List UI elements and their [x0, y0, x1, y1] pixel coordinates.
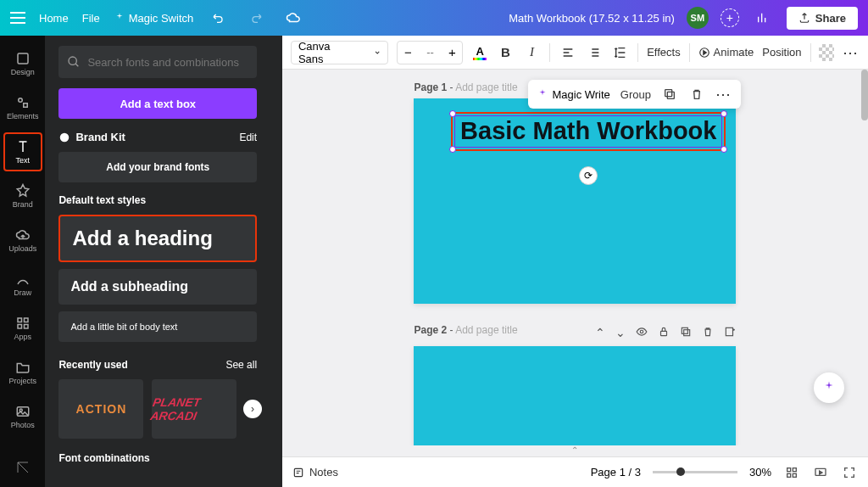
- svg-rect-23: [793, 473, 796, 477]
- more-options-button[interactable]: ⋯: [843, 43, 860, 62]
- zoom-value[interactable]: 30%: [749, 466, 771, 479]
- delete-button[interactable]: [688, 86, 705, 103]
- font-size-decrease[interactable]: −: [398, 42, 418, 64]
- rail-projects[interactable]: Projects: [3, 353, 42, 392]
- zoom-slider[interactable]: [653, 471, 737, 473]
- side-rail: Design Elements Text Brand Uploads Draw …: [0, 36, 45, 487]
- file-button[interactable]: File: [82, 12, 100, 25]
- svg-rect-2: [23, 104, 27, 108]
- rail-more[interactable]: [3, 448, 42, 487]
- page-counter[interactable]: Page 1 / 3: [591, 466, 641, 479]
- svg-rect-6: [24, 325, 28, 329]
- font-size-increase[interactable]: +: [442, 42, 462, 64]
- svg-rect-16: [684, 329, 690, 335]
- svg-rect-20: [787, 467, 791, 471]
- transparency-button[interactable]: [819, 44, 834, 61]
- effects-button[interactable]: Effects: [647, 46, 681, 59]
- home-button[interactable]: Home: [39, 12, 69, 25]
- analytics-icon[interactable]: [751, 6, 775, 30]
- add-textbox-button[interactable]: Add a text box: [58, 88, 257, 119]
- list-button[interactable]: [585, 42, 603, 63]
- rail-photos[interactable]: Photos: [3, 397, 42, 436]
- sparkle-icon: [114, 12, 125, 24]
- page-delete-button[interactable]: [702, 326, 714, 340]
- group-button[interactable]: Group: [620, 88, 651, 101]
- search-input[interactable]: [58, 46, 257, 78]
- redo-button[interactable]: [244, 6, 268, 30]
- page-add-button[interactable]: [724, 326, 736, 340]
- cloud-sync-icon[interactable]: [281, 6, 305, 30]
- selected-textbox[interactable]: Basic Math Workbook ⟳: [451, 112, 726, 151]
- undo-button[interactable]: [207, 6, 231, 30]
- grid-view-button[interactable]: [783, 464, 800, 481]
- font-select[interactable]: Canva Sans: [291, 41, 389, 64]
- spacing-button[interactable]: [611, 42, 629, 63]
- menu-icon[interactable]: [10, 12, 25, 24]
- expand-pages-tab[interactable]: ⌃: [282, 445, 868, 455]
- add-body-text-button[interactable]: Add a little bit of body text: [58, 311, 257, 342]
- resize-handle-bl[interactable]: [449, 146, 456, 153]
- page-up-button[interactable]: ⌃: [595, 326, 605, 339]
- resize-handle-tr[interactable]: [721, 110, 727, 117]
- recent-template-1[interactable]: ACTION: [58, 379, 143, 439]
- position-button[interactable]: Position: [762, 46, 801, 59]
- page-down-button[interactable]: ⌄: [615, 326, 626, 339]
- add-brand-fonts-button[interactable]: Add your brand fonts: [58, 152, 257, 182]
- add-heading-button[interactable]: Add a heading: [58, 215, 257, 262]
- page-duplicate-button[interactable]: [680, 326, 692, 340]
- page-1-canvas[interactable]: Basic Math Workbook ⟳: [414, 98, 736, 304]
- svg-rect-13: [665, 90, 672, 97]
- textbox-content[interactable]: Basic Math Workbook: [454, 115, 722, 148]
- recent-items: ACTION PLANET ARCADI ›: [58, 379, 257, 439]
- rail-text[interactable]: Text: [3, 132, 42, 171]
- floating-more-button[interactable]: ⋯: [715, 85, 732, 104]
- add-subheading-button[interactable]: Add a subheading: [58, 269, 257, 305]
- redo-icon: [249, 11, 263, 25]
- avatar[interactable]: SM: [687, 7, 709, 29]
- rail-elements[interactable]: Elements: [3, 88, 42, 127]
- rail-draw[interactable]: Draw: [3, 265, 42, 304]
- assistant-fab[interactable]: [814, 372, 844, 403]
- brandkit-label: Brand Kit: [58, 131, 125, 143]
- scrollbar-vertical[interactable]: [861, 70, 868, 445]
- share-button[interactable]: Share: [787, 7, 858, 30]
- recent-template-2[interactable]: PLANET ARCADI: [152, 379, 236, 439]
- animate-button[interactable]: Animate: [698, 46, 754, 59]
- topbar: Home File Magic Switch Math Workbook (17…: [0, 0, 868, 36]
- svg-rect-22: [787, 473, 791, 477]
- text-color-button[interactable]: A: [471, 43, 487, 62]
- font-size-input[interactable]: [418, 46, 442, 59]
- page-view-button[interactable]: [636, 326, 648, 340]
- svg-rect-15: [661, 331, 667, 335]
- add-collaborator-button[interactable]: +: [721, 8, 739, 27]
- recent-next-button[interactable]: ›: [243, 400, 262, 418]
- resize-handle-br[interactable]: [721, 146, 727, 153]
- document-name[interactable]: Math Workbook (17.52 x 11.25 in): [509, 12, 675, 25]
- fullscreen-button[interactable]: [841, 464, 858, 481]
- italic-button[interactable]: I: [523, 42, 541, 63]
- align-button[interactable]: [559, 42, 576, 63]
- canvas-area: Canva Sans − + A B I Effects: [282, 36, 868, 487]
- see-all-link[interactable]: See all: [225, 359, 257, 371]
- canvas-scroll[interactable]: Page 1 - Add page title Basic Math Workb…: [282, 70, 868, 445]
- page-lock-button[interactable]: [658, 326, 670, 340]
- page-controls: ⌃ ⌄: [595, 326, 736, 340]
- rail-uploads[interactable]: Uploads: [3, 221, 42, 260]
- page-2-canvas[interactable]: [414, 346, 736, 445]
- font-size-control[interactable]: − +: [397, 41, 463, 64]
- rotate-handle[interactable]: ⟳: [579, 166, 598, 185]
- present-button[interactable]: [812, 464, 829, 481]
- notes-button[interactable]: Notes: [292, 466, 338, 479]
- copy-button[interactable]: [661, 86, 678, 103]
- rail-brand[interactable]: Brand: [3, 176, 42, 216]
- edit-brandkit-link[interactable]: Edit: [239, 132, 257, 143]
- resize-handle-tl[interactable]: [449, 110, 456, 117]
- bold-button[interactable]: B: [497, 42, 515, 63]
- svg-point-10: [60, 132, 70, 142]
- magic-switch-button[interactable]: Magic Switch: [114, 12, 194, 25]
- page-2-label[interactable]: Page 2 - Add page title: [414, 324, 517, 336]
- rail-design[interactable]: Design: [3, 44, 42, 83]
- magic-write-button[interactable]: Magic Write: [537, 88, 609, 101]
- rail-apps[interactable]: Apps: [3, 309, 42, 348]
- svg-rect-0: [18, 53, 28, 64]
